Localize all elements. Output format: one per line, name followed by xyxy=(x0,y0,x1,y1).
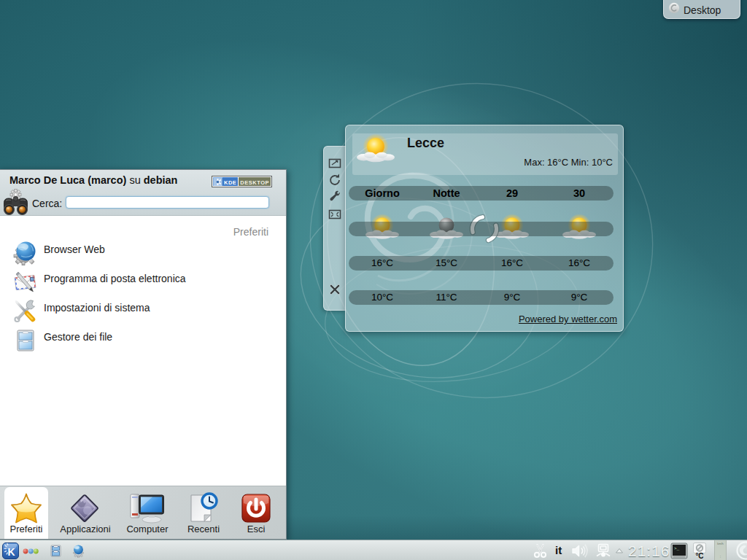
svg-text:K: K xyxy=(7,546,15,558)
svg-text:>_: >_ xyxy=(674,546,680,551)
